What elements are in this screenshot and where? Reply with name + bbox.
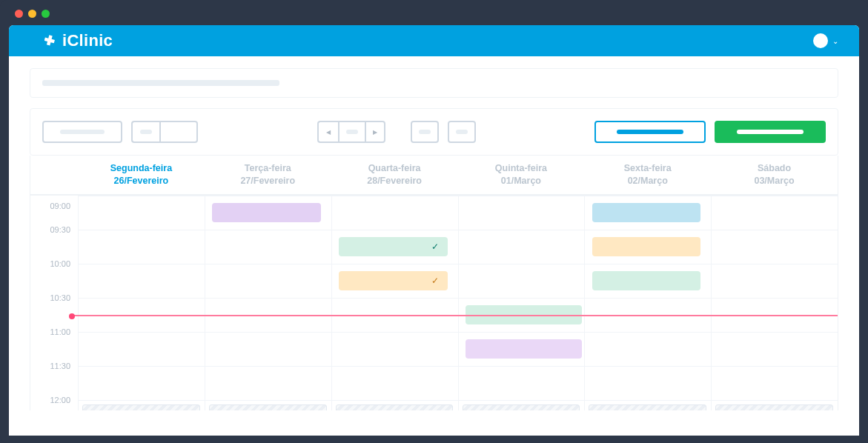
prev-button[interactable]: ◀ bbox=[317, 121, 338, 143]
day-date: 27/Fevereiro bbox=[205, 175, 331, 188]
day-name: Quinta-feira bbox=[457, 162, 584, 176]
app-shell: iClinic ⌄ ◀ ▶ bbox=[9, 25, 859, 436]
calendar-event[interactable] bbox=[592, 271, 701, 290]
day-name: Terça-feira bbox=[205, 162, 331, 176]
triangle-right-icon: ▶ bbox=[373, 129, 377, 136]
brand-logo[interactable]: iClinic bbox=[44, 31, 113, 50]
blocked-slot bbox=[715, 404, 833, 410]
day-date: 01/Março bbox=[457, 175, 584, 188]
time-label: 10:00 bbox=[30, 259, 78, 293]
day-name: Quarta-feira bbox=[331, 162, 458, 176]
brand-name: iClinic bbox=[62, 31, 113, 50]
user-menu[interactable]: ⌄ bbox=[813, 33, 838, 48]
time-gutter: 09:0009:3010:0010:3011:0011:3012:00 bbox=[30, 196, 78, 410]
check-icon: ✓ bbox=[431, 242, 439, 252]
time-label: 12:00 bbox=[30, 396, 78, 410]
maximize-dot[interactable] bbox=[42, 10, 50, 18]
logo-icon bbox=[44, 34, 58, 47]
day-date: 28/Fevereiro bbox=[331, 175, 458, 188]
day-date: 02/Março bbox=[584, 175, 711, 188]
page-header-bar bbox=[30, 68, 838, 98]
calendar-controls: ◀ ▶ bbox=[30, 108, 838, 156]
time-label: 09:30 bbox=[30, 225, 78, 259]
blocked-slot bbox=[336, 404, 454, 410]
time-label: 11:30 bbox=[30, 362, 78, 396]
calendar: Segunda-feira26/FevereiroTerça-feira27/F… bbox=[30, 156, 838, 410]
check-icon: ✓ bbox=[431, 276, 439, 286]
calendar-header: Segunda-feira26/FevereiroTerça-feira27/F… bbox=[30, 156, 838, 196]
top-bar: iClinic ⌄ bbox=[9, 25, 859, 56]
day-header[interactable]: Quinta-feira01/Março bbox=[457, 156, 584, 194]
day-header[interactable]: Terça-feira27/Fevereiro bbox=[205, 156, 331, 194]
primary-action-button[interactable] bbox=[715, 121, 826, 143]
calendar-event[interactable]: ✓ bbox=[339, 271, 448, 290]
current-time-indicator bbox=[72, 315, 838, 316]
time-label: 10:30 bbox=[30, 293, 78, 327]
blocked-slot bbox=[589, 404, 706, 410]
minimize-dot[interactable] bbox=[28, 10, 36, 18]
filter-button-2[interactable] bbox=[159, 121, 198, 143]
filter-button-1[interactable] bbox=[131, 121, 159, 143]
blocked-slot bbox=[82, 404, 200, 410]
day-name: Sexta-feira bbox=[584, 162, 711, 176]
day-name: Sábado bbox=[711, 162, 838, 176]
select-view-button[interactable] bbox=[42, 121, 122, 143]
day-name: Segunda-feira bbox=[78, 162, 205, 176]
secondary-action-button[interactable] bbox=[594, 121, 706, 143]
date-nav: ◀ ▶ bbox=[317, 121, 385, 143]
blocked-slot bbox=[209, 404, 327, 410]
window-controls bbox=[9, 7, 859, 19]
calendar-event[interactable] bbox=[592, 237, 701, 256]
filter-group bbox=[131, 121, 198, 143]
triangle-left-icon: ◀ bbox=[326, 129, 331, 136]
time-label: 11:00 bbox=[30, 327, 78, 362]
aux-button-1[interactable] bbox=[411, 121, 439, 143]
aux-button-2[interactable] bbox=[448, 121, 476, 143]
next-button[interactable]: ▶ bbox=[365, 121, 385, 143]
calendar-body: 09:0009:3010:0010:3011:0011:3012:00 ✓✓ bbox=[30, 196, 838, 410]
calendar-event[interactable]: ✓ bbox=[339, 237, 448, 256]
calendar-event[interactable] bbox=[592, 203, 701, 222]
day-header[interactable]: Segunda-feira26/Fevereiro bbox=[78, 156, 205, 194]
day-date: 03/Março bbox=[711, 175, 838, 188]
blocked-slot bbox=[463, 404, 580, 410]
day-header[interactable]: Quarta-feira28/Fevereiro bbox=[331, 156, 458, 194]
chevron-down-icon: ⌄ bbox=[832, 37, 838, 45]
day-header[interactable]: Sexta-feira02/Março bbox=[584, 156, 711, 194]
calendar-grid[interactable]: ✓✓ bbox=[78, 196, 838, 410]
day-header[interactable]: Sábado03/Março bbox=[711, 156, 838, 194]
avatar bbox=[813, 33, 828, 48]
calendar-event[interactable] bbox=[212, 203, 321, 222]
page-title-placeholder bbox=[42, 80, 279, 86]
today-button[interactable] bbox=[338, 121, 365, 143]
day-date: 26/Fevereiro bbox=[78, 175, 205, 188]
calendar-event[interactable] bbox=[466, 339, 582, 359]
close-dot[interactable] bbox=[15, 10, 23, 18]
